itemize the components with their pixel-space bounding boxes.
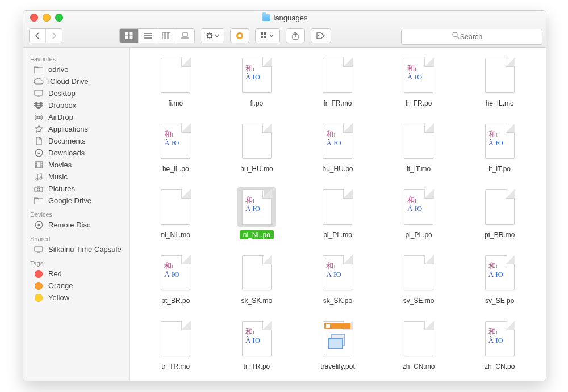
folder-icon [34,66,44,73]
sidebar-item[interactable]: Desktop [23,87,129,99]
file-item[interactable]: he_IL.mo [459,56,540,108]
file-thumbnail: 和IÀ Ю [481,121,519,161]
file-thumbnail: 和IÀ Ю [156,121,195,161]
file-thumbnail: 和IÀ Ю [318,121,357,161]
file-name-label: pl_PL.po [402,230,435,239]
file-item[interactable]: sv_SE.mo [378,253,460,305]
sidebar-item[interactable]: Remote Disc [23,219,129,231]
sidebar-item[interactable]: Pictures [23,183,129,195]
sidebar-item-label: Downloads [48,149,85,157]
download-icon [34,149,44,157]
file-name-label: fi.mo [165,99,186,108]
file-item[interactable]: 和IÀ Юzh_CN.po [459,319,540,371]
file-item[interactable]: tr_TR.mo [135,319,216,371]
group-button[interactable] [256,29,279,43]
file-item[interactable]: 和IÀ Юtr_TR.po [216,319,298,371]
sidebar-item-label: iCloud Drive [48,77,89,86]
window-title-text: languages [274,14,308,22]
airdrop-icon [34,113,44,121]
file-item[interactable]: pl_PL.mo [297,187,378,239]
file-item[interactable]: 和IÀ Юpl_PL.po [378,187,460,239]
file-thumbnail: 和IÀ Ю [237,319,276,359]
file-item[interactable]: 和IÀ Юfi.po [216,56,298,108]
file-item[interactable]: sk_SK.mo [216,253,298,305]
svg-point-24 [40,177,42,179]
sidebar-item-label: Documents [48,137,86,145]
music-icon [34,172,44,181]
file-item[interactable]: fr_FR.mo [297,56,378,108]
sidebar-item[interactable]: odrive [23,64,129,75]
doc-icon [34,137,44,145]
action-menu-button[interactable] [201,29,224,43]
app-button[interactable] [230,28,249,43]
sidebar-section-header: Favorites [23,51,129,64]
sidebar-item[interactable]: Music [23,171,129,183]
coverflow-view-button[interactable] [176,29,194,43]
file-name-label: it_IT.mo [403,165,434,174]
svg-point-29 [37,224,39,226]
sidebar-item[interactable]: Red [23,268,129,280]
file-thumbnail [481,56,519,95]
file-item[interactable]: 和IÀ Юpt_BR.po [135,253,216,305]
svg-rect-5 [165,32,168,39]
tags-button[interactable] [311,28,331,43]
file-item[interactable]: 和IÀ Юsk_SK.po [297,253,378,305]
folder-icon [262,14,270,21]
list-view-button[interactable] [138,29,157,43]
tag-icon [34,270,44,278]
apps-icon [34,125,44,133]
sidebar-item-label: Desktop [48,89,76,98]
file-item[interactable]: 和IÀ Юit_IT.po [459,121,540,174]
sidebar-item[interactable]: iCloud Drive [23,75,129,87]
svg-rect-19 [35,90,43,95]
sidebar-item-label: odrive [48,65,68,74]
sidebar-item[interactable]: Yellow [23,292,129,304]
svg-rect-3 [130,36,132,39]
sidebar-item[interactable]: Google Drive [23,195,129,206]
tag-icon [34,282,44,290]
icon-view-button[interactable] [120,29,138,43]
sidebar-item[interactable]: Dropbox [23,99,129,111]
sidebar-item[interactable]: Orange [23,280,129,292]
svg-rect-30 [35,247,43,251]
file-name-label: hu_HU.po [319,165,356,174]
file-item[interactable]: hu_HU.mo [216,121,298,174]
file-item[interactable]: 和IÀ Юhu_HU.po [297,121,378,174]
file-item[interactable]: 和IÀ Юhe_IL.po [135,121,216,174]
sidebar-item[interactable]: AirDrop [23,111,129,123]
file-name-label: sv_SE.po [482,296,517,305]
sidebar-item[interactable]: Applications [23,123,129,135]
file-name-label: fi.po [247,99,267,108]
file-item[interactable]: 和IÀ Юfr_FR.po [378,56,460,108]
search-field[interactable] [401,29,540,43]
svg-rect-2 [125,36,128,39]
column-view-button[interactable] [157,29,176,43]
file-name-label: hu_HU.mo [237,165,276,174]
sidebar-item-label: Movies [48,161,72,169]
sidebar-item[interactable]: Documents [23,135,129,147]
file-item[interactable]: 和IÀ Юsv_SE.po [459,253,540,305]
share-button[interactable] [286,28,305,43]
file-item[interactable]: nl_NL.mo [135,187,216,239]
file-item[interactable]: 和IÀ Юnl_NL.po [216,187,298,239]
sidebar-item[interactable]: Movies [23,159,129,171]
file-thumbnail [156,319,195,359]
file-thumbnail: 和IÀ Ю [481,253,519,293]
back-button[interactable] [30,29,45,43]
file-name-label: sk_SK.mo [238,296,276,305]
display-icon [34,246,44,253]
file-item[interactable]: it_IT.mo [378,121,460,174]
file-item[interactable]: fi.mo [135,56,216,108]
file-item[interactable]: zh_CN.mo [378,319,460,371]
file-item[interactable]: pt_BR.mo [459,187,540,239]
forward-button[interactable] [45,29,62,43]
svg-rect-18 [34,68,43,73]
group-by [255,28,280,43]
file-name-label: pt_BR.po [158,296,193,305]
search-input[interactable] [401,29,542,45]
file-area[interactable]: fi.mo和IÀ Юfi.pofr_FR.mo和IÀ Юfr_FR.pohe_I… [130,48,546,381]
sidebar-section-header: Devices [23,206,129,219]
sidebar-item[interactable]: Silkalnu Time Capsule [23,243,129,255]
sidebar-item[interactable]: Downloads [23,147,129,159]
file-item[interactable]: travelify.pot [297,319,378,371]
